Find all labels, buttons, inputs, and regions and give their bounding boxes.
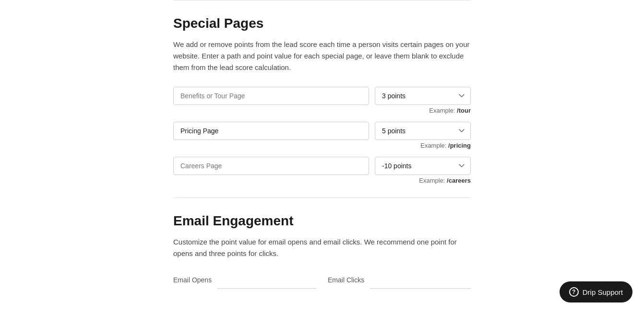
page-row-2: -10 points -5 points -3 points -1 points… [173,122,471,149]
page-row-2-inputs: -10 points -5 points -3 points -1 points… [173,122,471,140]
drip-support-label: Drip Support [583,288,623,296]
email-opens-input[interactable] [217,271,316,289]
bottom-divider [173,198,471,198]
email-engagement-section: Email Engagement Customize the point val… [173,213,471,289]
careers-points-select[interactable]: -10 points -5 points -3 points -1 points… [375,157,471,175]
special-pages-title: Special Pages [173,16,471,31]
email-clicks-input[interactable] [370,271,471,289]
email-opens-label: Email Opens [173,276,212,284]
pricing-page-input[interactable] [173,122,369,140]
page-row-1-inputs: 3 points -10 points -5 points -3 points … [173,87,471,105]
main-content: Special Pages We add or remove points fr… [154,0,490,289]
top-divider [173,0,471,0]
row-3-example: Example: /careers [173,177,471,184]
page-row-1: 3 points -10 points -5 points -3 points … [173,87,471,114]
benefits-tour-points-select[interactable]: 3 points -10 points -5 points -3 points … [375,87,471,105]
careers-page-input[interactable] [173,157,369,175]
pricing-points-select[interactable]: -10 points -5 points -3 points -1 points… [375,122,471,140]
row-1-example: Example: /tour [173,107,471,114]
help-icon: ? [569,287,579,297]
special-pages-description: We add or remove points from the lead sc… [173,39,471,73]
email-engagement-title: Email Engagement [173,213,471,229]
email-opens-group: Email Opens [173,271,316,289]
special-pages-section: Special Pages We add or remove points fr… [173,16,471,184]
benefits-tour-page-input[interactable] [173,87,369,105]
row-2-example: Example: /pricing [173,142,471,149]
drip-support-button[interactable]: ? Drip Support [560,281,632,302]
page-row-3-inputs: -10 points -5 points -3 points -1 points… [173,157,471,175]
page-row-3: -10 points -5 points -3 points -1 points… [173,157,471,184]
email-clicks-group: Email Clicks [328,271,471,289]
email-clicks-label: Email Clicks [328,276,364,284]
email-engagement-description: Customize the point value for email open… [173,236,471,259]
email-inputs-row: Email Opens Email Clicks [173,271,471,289]
